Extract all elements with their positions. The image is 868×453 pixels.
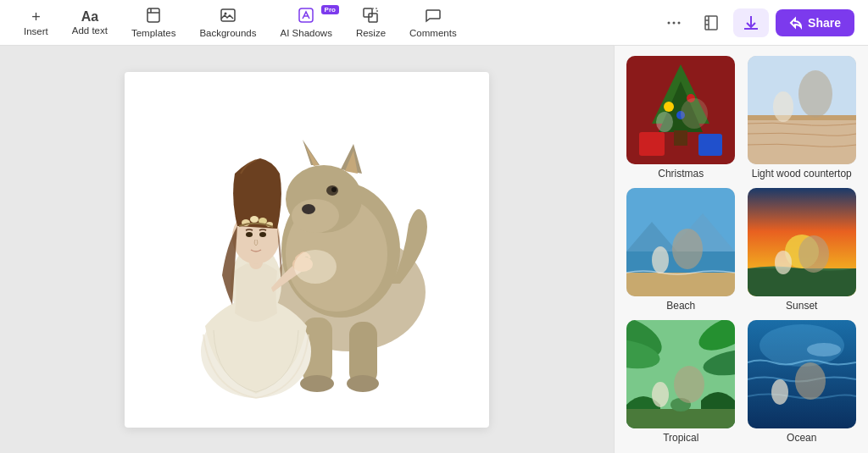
svg-rect-1 — [221, 9, 235, 21]
templates-label: Templates — [131, 28, 175, 38]
bg-label-sunset: Sunset — [786, 300, 817, 312]
svg-point-18 — [331, 187, 337, 192]
svg-point-25 — [300, 375, 334, 392]
svg-point-53 — [773, 91, 793, 122]
svg-point-60 — [652, 246, 669, 273]
bg-label-wood: Light wood countertop — [752, 168, 852, 180]
svg-point-32 — [250, 216, 259, 223]
toolbar-backgrounds[interactable]: Backgrounds — [189, 3, 266, 41]
toolbar-templates[interactable]: Templates — [121, 3, 186, 41]
toolbar-insert[interactable]: + Insert — [14, 6, 58, 40]
bg-item-wood[interactable]: Light wood countertop — [746, 56, 859, 180]
more-button[interactable] — [659, 9, 689, 36]
toolbar-left: + Insert Aa Add text Templates — [14, 3, 659, 41]
templates-icon — [145, 7, 162, 26]
svg-rect-46 — [639, 132, 665, 156]
text-icon: Aa — [81, 10, 98, 24]
bg-thumb-tropical — [626, 320, 735, 428]
svg-point-78 — [807, 343, 841, 356]
backgrounds-icon — [220, 7, 236, 26]
svg-rect-5 — [369, 14, 377, 22]
svg-point-26 — [347, 375, 379, 392]
bg-thumb-ocean — [748, 320, 856, 428]
svg-point-74 — [652, 382, 669, 407]
svg-point-8 — [678, 21, 681, 24]
svg-point-36 — [259, 232, 266, 237]
svg-point-48 — [656, 112, 673, 132]
svg-point-38 — [294, 250, 337, 284]
svg-rect-59 — [626, 273, 735, 296]
ai-shadows-icon — [298, 7, 314, 26]
download-button[interactable] — [733, 8, 769, 37]
bg-thumb-christmas — [626, 56, 735, 164]
bg-item-ocean[interactable]: Ocean — [746, 320, 859, 444]
svg-point-79 — [771, 379, 788, 405]
svg-point-35 — [246, 232, 253, 237]
insert-label: Insert — [24, 26, 48, 36]
bg-thumb-beach — [626, 188, 735, 296]
insert-icon: + — [31, 9, 41, 25]
canvas-image — [125, 72, 489, 428]
bg-thumb-sunset — [748, 188, 856, 296]
svg-rect-0 — [147, 8, 159, 22]
bg-item-sunset[interactable]: Sunset — [746, 188, 859, 312]
bg-thumb-wood — [748, 56, 856, 164]
pro-badge: Pro — [321, 5, 339, 14]
svg-point-43 — [664, 102, 674, 112]
ai-shadows-label: AI Shadows — [281, 28, 332, 38]
resize-label: Resize — [356, 28, 386, 38]
svg-rect-72 — [626, 409, 735, 428]
bg-label-christmas: Christmas — [658, 168, 704, 180]
svg-point-7 — [673, 21, 676, 24]
svg-point-49 — [681, 98, 708, 129]
bg-item-christmas[interactable]: Christmas — [625, 56, 737, 180]
toolbar-resize[interactable]: Resize — [346, 3, 396, 41]
svg-point-66 — [798, 235, 829, 273]
svg-point-15 — [292, 199, 339, 233]
canvas-frame — [125, 72, 489, 428]
svg-point-65 — [775, 251, 792, 274]
bg-item-tropical[interactable]: Tropical — [625, 320, 737, 444]
svg-rect-52 — [748, 115, 856, 120]
backgrounds-label: Backgrounds — [199, 28, 256, 38]
svg-rect-9 — [705, 16, 717, 30]
svg-point-75 — [674, 366, 704, 403]
share-label: Share — [808, 16, 841, 30]
svg-rect-42 — [674, 130, 687, 146]
toolbar: + Insert Aa Add text Templates — [0, 0, 868, 46]
main-content: Christmas Ligh — [0, 46, 868, 453]
svg-point-6 — [668, 21, 670, 24]
svg-point-80 — [795, 362, 826, 400]
book-button[interactable] — [696, 9, 726, 36]
svg-point-54 — [798, 70, 832, 118]
svg-rect-47 — [698, 134, 722, 156]
svg-rect-64 — [748, 268, 856, 296]
bg-label-tropical: Tropical — [663, 432, 698, 444]
bg-label-beach: Beach — [666, 300, 695, 312]
toolbar-right: Share — [659, 8, 854, 37]
comments-icon — [425, 7, 442, 26]
comments-label: Comments — [409, 28, 457, 38]
bg-item-beach[interactable]: Beach — [625, 188, 737, 312]
bg-label-ocean: Ocean — [787, 432, 816, 444]
svg-point-16 — [302, 204, 315, 214]
toolbar-add-text[interactable]: Aa Add text — [62, 7, 118, 39]
toolbar-ai-shadows[interactable]: Pro AI Shadows — [270, 3, 342, 41]
svg-point-61 — [672, 229, 703, 269]
right-panel: Christmas Ligh — [614, 46, 868, 453]
canvas-area[interactable] — [0, 46, 614, 453]
toolbar-comments[interactable]: Comments — [399, 3, 467, 41]
share-button[interactable]: Share — [776, 9, 854, 36]
svg-rect-51 — [748, 115, 856, 164]
resize-icon — [362, 7, 379, 26]
svg-rect-4 — [364, 8, 372, 17]
add-text-label: Add text — [72, 25, 108, 36]
